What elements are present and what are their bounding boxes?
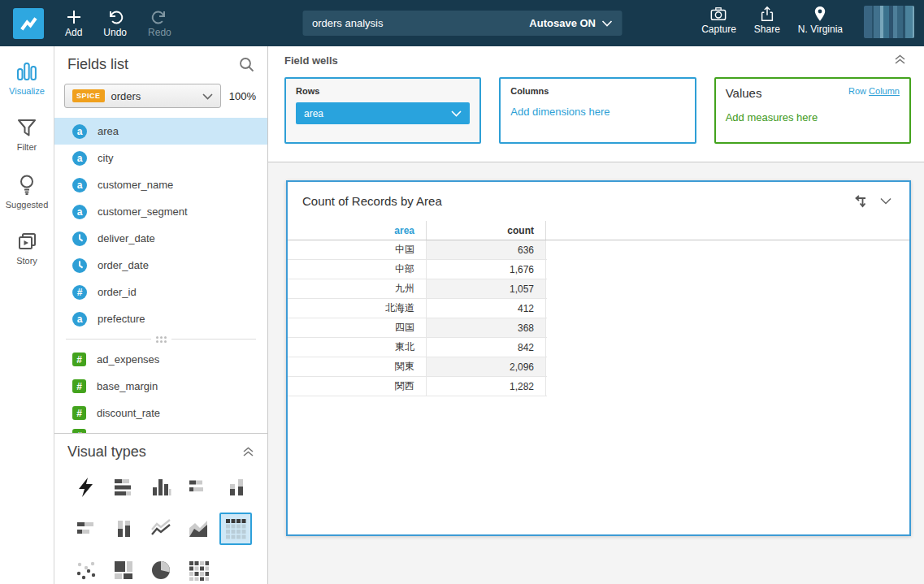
vertical-bar-chart-icon[interactable] — [147, 474, 175, 501]
area-cell[interactable]: 四国 — [288, 318, 426, 337]
rail-item-suggested[interactable]: Suggested — [6, 174, 49, 210]
field-item-ad_expenses[interactable]: #ad_expenses — [54, 346, 267, 373]
area-chart-icon[interactable] — [184, 515, 212, 543]
tree-map-icon[interactable] — [110, 556, 137, 584]
rows-well[interactable]: Rows area — [284, 77, 481, 144]
field-item-city[interactable]: acity — [54, 145, 267, 171]
collapse-chevrons-icon[interactable] — [242, 447, 254, 457]
field-item-base_margin[interactable]: #base_margin — [54, 373, 267, 400]
quicksight-logo-icon[interactable] — [13, 8, 44, 39]
region-selector[interactable]: N. Virginia — [798, 6, 843, 35]
fields-list: aareaacityacustomer_nameacustomer_segmen… — [54, 118, 267, 433]
field-item-prefecture[interactable]: aprefecture — [54, 305, 267, 332]
numeric-field-icon: # — [72, 285, 87, 300]
count-cell[interactable]: 636 — [426, 240, 546, 259]
area-cell[interactable]: 中部 — [288, 260, 426, 279]
measure-field-icon: # — [72, 406, 86, 420]
autosave-toggle[interactable]: Autosave ON — [529, 17, 612, 29]
column-header-count[interactable]: count — [426, 221, 546, 240]
horizontal-stacked-bar-icon[interactable] — [184, 474, 212, 501]
auto-graph-icon[interactable] — [72, 474, 100, 501]
rows-field-pill[interactable]: area — [296, 102, 470, 124]
analysis-name[interactable]: orders analysis — [312, 17, 383, 29]
field-item-clipped[interactable]: # — [54, 426, 267, 433]
redo-button[interactable]: Redo — [148, 9, 171, 38]
field-item-order_date[interactable]: order_date — [54, 252, 267, 279]
columns-well-label: Columns — [510, 86, 684, 96]
area-cell[interactable]: 関東 — [288, 357, 426, 376]
collapse-chevrons-icon[interactable] — [894, 54, 906, 65]
table-row[interactable]: 四国368 — [288, 318, 547, 338]
fields-splitter-handle[interactable] — [66, 334, 256, 344]
count-cell[interactable]: 842 — [426, 338, 546, 357]
area-cell[interactable]: 北海道 — [288, 299, 426, 318]
clustered-bar-chart-icon[interactable] — [222, 474, 249, 501]
table-row[interactable]: 中部1,676 — [288, 260, 547, 279]
values-column-link[interactable]: Column — [869, 86, 900, 96]
undo-button[interactable]: Undo — [103, 9, 127, 38]
user-name-redacted[interactable] — [864, 6, 914, 38]
field-item-area[interactable]: aarea — [54, 118, 267, 145]
count-cell[interactable]: 1,676 — [426, 260, 546, 279]
string-field-icon: a — [72, 205, 87, 219]
chevron-down-icon — [202, 93, 213, 100]
area-cell[interactable]: 中国 — [288, 240, 426, 259]
field-label: city — [98, 152, 114, 164]
table-visual-icon[interactable] — [219, 513, 252, 545]
rows-field-pill-label: area — [304, 108, 323, 119]
field-label: customer_name — [98, 179, 173, 191]
pie-chart-icon[interactable] — [147, 556, 175, 584]
field-item-deliver_date[interactable]: deliver_date — [54, 225, 267, 252]
top-bar: Add Undo Redo orders analysis Autosave O… — [0, 0, 924, 46]
area-cell[interactable]: 関西 — [288, 377, 426, 396]
table-row[interactable]: 関東2,096 — [288, 357, 547, 377]
vertical-stacked-bar-icon[interactable] — [110, 515, 137, 543]
rail-item-filter[interactable]: Filter — [16, 118, 37, 152]
field-item-customer_segment[interactable]: acustomer_segment — [54, 198, 267, 225]
string-field-icon: a — [72, 124, 87, 139]
table-row[interactable]: 東北842 — [288, 338, 547, 357]
table-header-row: area count — [288, 221, 909, 240]
capture-button[interactable]: Capture — [701, 6, 736, 35]
table-row[interactable]: 関西1,282 — [288, 377, 547, 396]
horizontal-stacked-100-bar-icon[interactable] — [72, 515, 100, 543]
swap-arrows-icon[interactable] — [853, 194, 867, 208]
column-header-area[interactable]: area — [288, 225, 426, 236]
count-cell[interactable]: 2,096 — [426, 357, 546, 376]
field-item-customer_name[interactable]: acustomer_name — [54, 171, 267, 198]
search-icon[interactable] — [239, 57, 254, 72]
field-label: order_id — [98, 286, 137, 298]
area-cell[interactable]: 東北 — [288, 338, 426, 357]
share-button-label: Share — [754, 24, 780, 35]
scatter-plot-icon[interactable] — [72, 556, 100, 584]
columns-well[interactable]: Columns Add dimensions here — [499, 77, 696, 144]
count-cell[interactable]: 412 — [426, 299, 546, 318]
pivot-table-icon[interactable] — [184, 556, 212, 584]
count-cell[interactable]: 368 — [426, 318, 546, 337]
funnel-icon — [16, 118, 37, 138]
count-cell[interactable]: 1,057 — [426, 279, 546, 298]
table-row[interactable]: 九州1,057 — [288, 279, 547, 299]
share-button[interactable]: Share — [754, 6, 780, 35]
field-item-order_id[interactable]: #order_id — [54, 279, 267, 305]
horizontal-bar-chart-icon[interactable] — [110, 474, 137, 501]
field-label: ad_expenses — [97, 353, 159, 366]
redo-icon — [151, 9, 167, 25]
field-label: base_margin — [97, 380, 158, 392]
table-row[interactable]: 北海道412 — [288, 299, 547, 318]
rail-item-visualize[interactable]: Visualize — [9, 61, 45, 96]
analysis-title-bar[interactable]: orders analysis Autosave ON — [302, 11, 622, 36]
values-row-link[interactable]: Row — [848, 86, 866, 96]
rail-item-story[interactable]: Story — [16, 231, 38, 266]
visual-card[interactable]: Count of Records by Area area count 中国63… — [286, 180, 911, 536]
line-chart-icon[interactable] — [147, 515, 175, 543]
field-item-discount_rate[interactable]: #discount_rate — [54, 400, 267, 426]
area-cell[interactable]: 九州 — [288, 279, 426, 298]
chevron-down-icon[interactable] — [880, 197, 891, 205]
share-icon — [759, 6, 775, 22]
table-row[interactable]: 中国636 — [288, 240, 547, 260]
add-button[interactable]: Add — [65, 9, 82, 38]
dataset-selector[interactable]: SPICE orders — [64, 84, 221, 108]
count-cell[interactable]: 1,282 — [426, 377, 546, 396]
values-well[interactable]: Values Row Column Add measures here — [714, 77, 911, 144]
